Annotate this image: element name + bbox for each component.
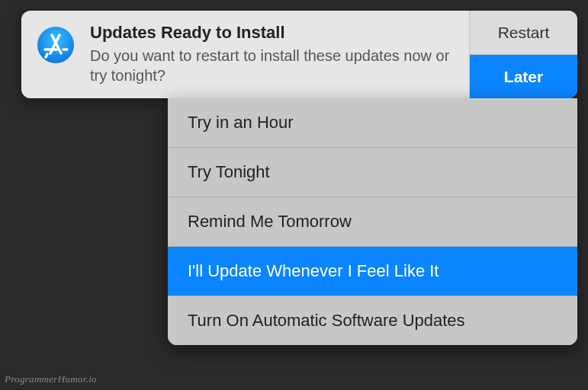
restart-button[interactable]: Restart [470,11,577,55]
update-notification: Updates Ready to Install Do you want to … [21,11,577,98]
svg-line-5 [46,54,47,57]
dropdown-item-feel-like-it[interactable]: I'll Update Whenever I Feel Like It [168,247,577,296]
notification-title: Updates Ready to Install [90,23,461,43]
dropdown-item-auto-updates[interactable]: Turn On Automatic Software Updates [168,296,577,345]
notification-message: Do you want to restart to install these … [90,46,461,85]
notification-body: Updates Ready to Install Do you want to … [90,11,469,98]
later-dropdown-menu: Try in an Hour Try Tonight Remind Me Tom… [168,98,577,345]
notification-actions: Restart Later [469,11,577,98]
dropdown-item-remind-tomorrow[interactable]: Remind Me Tomorrow [168,197,577,247]
dropdown-item-try-tonight[interactable]: Try Tonight [168,148,577,197]
later-button[interactable]: Later [470,55,577,98]
dropdown-item-try-hour[interactable]: Try in an Hour [168,98,577,148]
watermark: ProgrammerHumor.io [5,373,97,385]
app-store-icon [21,11,90,98]
